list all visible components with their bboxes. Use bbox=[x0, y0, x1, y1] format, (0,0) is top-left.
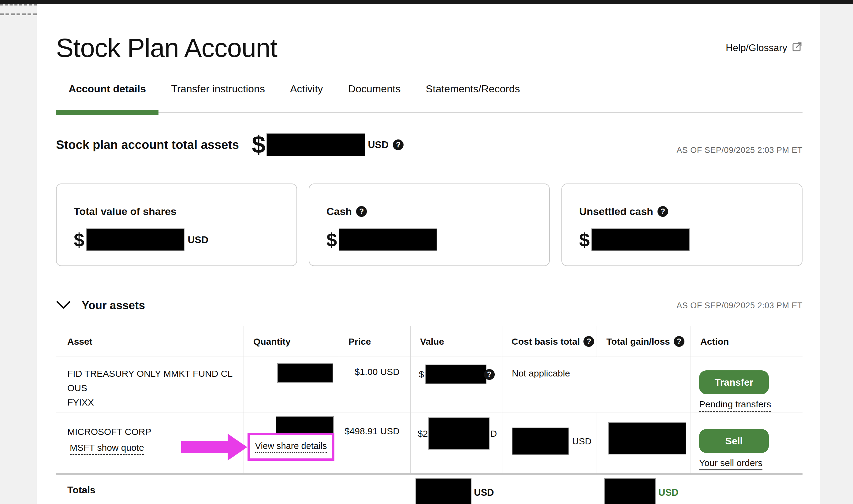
column-header-quantity: Quantity bbox=[244, 326, 339, 357]
card-value-redaction bbox=[86, 229, 184, 251]
total-assets-heading: Stock plan account total assets bbox=[56, 138, 239, 152]
column-header-price: Price bbox=[339, 326, 410, 357]
table-row-msft-cost-basis-cell: USD bbox=[502, 413, 597, 473]
card-currency-symbol: $ bbox=[74, 230, 84, 249]
your-assets-header: Your assets AS OF SEP/09/2025 2:03 PM ET bbox=[56, 299, 802, 312]
tab-statements-records[interactable]: Statements/Records bbox=[413, 84, 533, 94]
card-value-redaction bbox=[339, 229, 437, 251]
arrow-head bbox=[228, 434, 247, 461]
value-redaction bbox=[428, 417, 490, 450]
card-currency-symbol: $ bbox=[579, 230, 590, 249]
tab-activity[interactable]: Activity bbox=[278, 84, 336, 94]
total-assets-help-icon[interactable]: ? bbox=[393, 140, 404, 150]
totals-empty-cell bbox=[691, 473, 802, 503]
card-total-value-of-shares: Total value of shares $ USD bbox=[56, 183, 297, 266]
unsettled-cash-help-icon[interactable]: ? bbox=[657, 206, 668, 217]
assets-as-of-timestamp: AS OF SEP/09/2025 2:03 PM ET bbox=[676, 301, 802, 310]
table-row-msft-value-cell: $2 D bbox=[410, 413, 502, 473]
left-window-edge bbox=[0, 4, 37, 504]
column-header-asset: Asset bbox=[56, 326, 244, 357]
column-header-value: Value bbox=[410, 326, 502, 357]
page-title: Stock Plan Account bbox=[56, 35, 277, 61]
view-share-details-highlight-box: View share details bbox=[248, 433, 334, 461]
cost-basis-help-icon[interactable]: ? bbox=[584, 336, 594, 347]
card-title: Cash ? bbox=[326, 205, 543, 217]
table-row-fid-asset-cell: FID TREASURY ONLY MMKT FUND CL OUS FYIXX bbox=[56, 357, 244, 413]
gain-loss-redaction bbox=[608, 422, 686, 454]
total-assets-redaction bbox=[266, 133, 365, 156]
tab-account-details[interactable]: Account details bbox=[56, 84, 159, 94]
external-link-icon bbox=[792, 41, 802, 54]
quantity-redaction bbox=[276, 416, 334, 434]
table-row-fid-cost-basis-cell: Not applicable bbox=[502, 357, 691, 413]
column-header-action: Action bbox=[691, 326, 802, 357]
right-window-edge bbox=[820, 4, 853, 504]
card-unsettled-cash: Unsettled cash ? $ bbox=[562, 183, 802, 266]
totals-value-cell: USD bbox=[410, 473, 502, 503]
value-currency-code-fragment: D bbox=[490, 429, 497, 439]
page-header: Stock Plan Account Help/Glossary bbox=[56, 35, 802, 61]
table-row-fid-action-cell: Transfer Pending transfers bbox=[691, 357, 802, 413]
table-row-msft-price-cell: $498.91 USD bbox=[339, 413, 410, 473]
column-header-label: Cost basis total bbox=[512, 337, 580, 347]
column-header-gain-loss: Total gain/loss ? bbox=[597, 326, 691, 357]
cost-basis-redaction bbox=[512, 428, 569, 455]
value-currency-symbol: $2 bbox=[417, 429, 428, 439]
help-glossary-link[interactable]: Help/Glossary bbox=[726, 41, 802, 54]
cost-basis-currency-code: USD bbox=[572, 436, 591, 447]
your-assets-toggle[interactable]: Your assets bbox=[56, 299, 145, 312]
pending-transfers-link[interactable]: Pending transfers bbox=[699, 399, 771, 412]
column-header-cost-basis: Cost basis total ? bbox=[502, 326, 597, 357]
value-group: $ ? bbox=[411, 364, 502, 384]
sell-button[interactable]: Sell bbox=[699, 429, 769, 453]
column-header-label: Value bbox=[420, 337, 444, 347]
card-value-redaction bbox=[591, 229, 690, 251]
card-title-text: Total value of shares bbox=[74, 205, 177, 217]
value-redaction bbox=[425, 364, 486, 384]
summary-as-of-timestamp: AS OF SEP/09/2025 2:03 PM ET bbox=[676, 146, 802, 157]
msft-show-quote-link[interactable]: MSFT show quote bbox=[70, 443, 144, 455]
total-assets-currency-symbol: $ bbox=[252, 132, 266, 157]
price-value: $498.91 USD bbox=[344, 426, 399, 436]
chevron-down-icon bbox=[56, 300, 71, 311]
view-share-details-link[interactable]: View share details bbox=[255, 441, 327, 453]
stock-plan-account-page: Stock Plan Account Help/Glossary Account… bbox=[37, 4, 820, 504]
column-header-label: Quantity bbox=[253, 337, 291, 347]
table-row-fid-quantity-cell bbox=[244, 357, 339, 413]
card-currency-code: USD bbox=[188, 234, 208, 246]
totals-label-cell: Totals bbox=[56, 473, 410, 503]
column-header-label: Price bbox=[349, 337, 371, 347]
your-sell-orders-link[interactable]: Your sell orders bbox=[699, 458, 762, 470]
cost-basis-group: USD bbox=[502, 428, 597, 455]
assets-table: Asset Quantity Price Value Cost basis to… bbox=[56, 326, 802, 503]
total-assets-currency-code: USD bbox=[368, 139, 389, 150]
highlight-arrow-icon bbox=[181, 434, 247, 461]
totals-label: Totals bbox=[67, 484, 95, 496]
account-tabs: Account details Transfer instructions Ac… bbox=[56, 84, 802, 113]
table-row-fid-price-cell: $1.00 USD bbox=[339, 357, 410, 413]
card-title-text: Unsettled cash bbox=[579, 205, 653, 217]
value-group: $2 D bbox=[411, 417, 502, 450]
table-row-fid-value-cell: $ ? bbox=[410, 357, 502, 413]
value-help-icon[interactable]: ? bbox=[484, 369, 495, 380]
card-value: $ USD bbox=[74, 229, 290, 251]
tab-documents[interactable]: Documents bbox=[336, 84, 413, 94]
card-value: $ bbox=[579, 229, 796, 251]
cash-help-icon[interactable]: ? bbox=[356, 206, 367, 217]
totals-gain-redaction bbox=[604, 478, 656, 504]
totals-value-currency-code: USD bbox=[474, 487, 494, 498]
card-title: Unsettled cash ? bbox=[579, 205, 796, 217]
transfer-button[interactable]: Transfer bbox=[699, 370, 769, 394]
card-title-text: Cash bbox=[326, 205, 352, 217]
asset-name-line: OUS bbox=[67, 381, 237, 395]
price-value: $1.00 USD bbox=[355, 367, 399, 377]
quantity-redaction bbox=[277, 363, 333, 383]
card-cash: Cash ? $ bbox=[309, 183, 550, 266]
browser-top-bar bbox=[0, 0, 853, 4]
gain-loss-help-icon[interactable]: ? bbox=[674, 336, 685, 347]
totals-value-redaction bbox=[415, 478, 472, 504]
asset-name-line: FID TREASURY ONLY MMKT FUND CL bbox=[67, 366, 237, 381]
tab-transfer-instructions[interactable]: Transfer instructions bbox=[159, 84, 278, 94]
your-assets-heading: Your assets bbox=[82, 299, 145, 312]
column-header-label: Action bbox=[700, 337, 729, 347]
